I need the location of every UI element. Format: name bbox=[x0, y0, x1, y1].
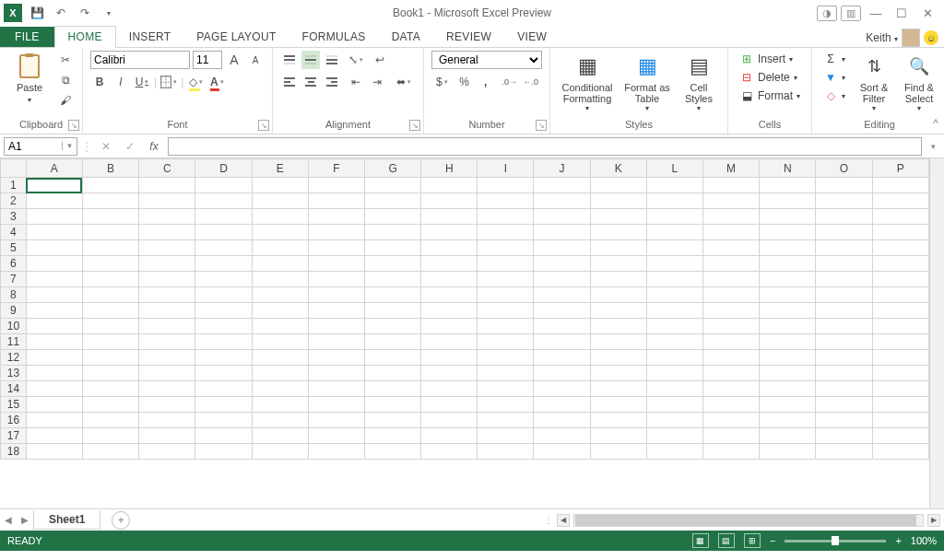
cell[interactable] bbox=[139, 366, 195, 381]
italic-button[interactable]: I bbox=[112, 73, 130, 91]
avatar[interactable] bbox=[902, 29, 920, 47]
cell[interactable] bbox=[364, 381, 420, 397]
merge-center-icon[interactable]: ⬌ bbox=[392, 73, 416, 91]
cell[interactable] bbox=[139, 444, 195, 460]
cell[interactable] bbox=[703, 413, 760, 428]
cell[interactable] bbox=[364, 350, 420, 366]
cell[interactable] bbox=[590, 350, 646, 366]
cell[interactable] bbox=[82, 240, 138, 256]
cell[interactable] bbox=[534, 413, 590, 428]
cell[interactable] bbox=[26, 381, 82, 397]
tab-page-layout[interactable]: PAGE LAYOUT bbox=[183, 27, 289, 47]
row-header[interactable]: 4 bbox=[1, 225, 27, 240]
normal-view-icon[interactable]: ▦ bbox=[692, 533, 709, 548]
cell[interactable] bbox=[816, 366, 872, 381]
cell[interactable] bbox=[364, 209, 420, 225]
copy-icon[interactable]: ⧉ bbox=[56, 71, 75, 89]
cell[interactable] bbox=[646, 397, 702, 413]
row-header[interactable]: 8 bbox=[1, 287, 27, 303]
cell[interactable] bbox=[364, 272, 420, 287]
cell[interactable] bbox=[308, 209, 364, 225]
expand-formula-bar-icon[interactable]: ▾ bbox=[926, 142, 940, 151]
cell[interactable] bbox=[646, 444, 702, 460]
cell[interactable] bbox=[82, 334, 138, 350]
cell[interactable] bbox=[703, 319, 760, 334]
cell[interactable] bbox=[195, 240, 252, 256]
cell[interactable] bbox=[478, 350, 534, 366]
cell[interactable] bbox=[703, 225, 760, 240]
align-bottom-icon[interactable] bbox=[323, 51, 341, 69]
cell[interactable] bbox=[139, 413, 195, 428]
touch-mode-b-icon[interactable]: ▥ bbox=[841, 6, 861, 21]
cell[interactable] bbox=[364, 444, 420, 460]
cell[interactable] bbox=[139, 397, 195, 413]
row-header[interactable]: 9 bbox=[1, 303, 27, 319]
format-painter-icon[interactable]: 🖌 bbox=[56, 91, 75, 110]
cell[interactable] bbox=[872, 444, 928, 460]
fill-button[interactable]: ▼▾ bbox=[820, 69, 849, 86]
tab-review[interactable]: REVIEW bbox=[433, 27, 504, 47]
undo-icon[interactable]: ↶ bbox=[52, 4, 70, 22]
cell[interactable] bbox=[872, 178, 928, 193]
tab-home[interactable]: HOME bbox=[54, 26, 116, 48]
cell[interactable] bbox=[82, 397, 138, 413]
cell[interactable] bbox=[26, 209, 82, 225]
redo-icon[interactable]: ↷ bbox=[76, 4, 94, 22]
cell[interactable] bbox=[364, 334, 420, 350]
row-header[interactable]: 18 bbox=[1, 444, 27, 460]
cell[interactable] bbox=[364, 240, 420, 256]
cell[interactable] bbox=[760, 319, 816, 334]
cell[interactable] bbox=[252, 287, 308, 303]
cell[interactable] bbox=[534, 366, 590, 381]
cell[interactable] bbox=[82, 428, 138, 444]
row-header[interactable]: 2 bbox=[1, 193, 27, 209]
tab-formulas[interactable]: FORMULAS bbox=[289, 27, 379, 47]
cell[interactable] bbox=[252, 225, 308, 240]
cell[interactable] bbox=[195, 272, 252, 287]
cell[interactable] bbox=[308, 444, 364, 460]
cell[interactable] bbox=[252, 193, 308, 209]
cell[interactable] bbox=[82, 319, 138, 334]
cell[interactable] bbox=[872, 225, 928, 240]
cell[interactable] bbox=[534, 287, 590, 303]
cell[interactable] bbox=[82, 381, 138, 397]
cell[interactable] bbox=[421, 319, 478, 334]
touch-mode-a-icon[interactable]: ◑ bbox=[817, 6, 837, 21]
cell[interactable] bbox=[646, 256, 702, 272]
cell[interactable] bbox=[478, 413, 534, 428]
cell[interactable] bbox=[195, 209, 252, 225]
cell[interactable] bbox=[195, 350, 252, 366]
cell[interactable] bbox=[872, 303, 928, 319]
tab-file[interactable]: FILE bbox=[0, 27, 54, 47]
cell[interactable] bbox=[26, 287, 82, 303]
cell[interactable] bbox=[308, 256, 364, 272]
cell[interactable] bbox=[195, 334, 252, 350]
cell[interactable] bbox=[478, 381, 534, 397]
cell[interactable] bbox=[82, 178, 138, 193]
name-box[interactable]: ▼ bbox=[4, 137, 77, 156]
cell[interactable] bbox=[26, 225, 82, 240]
cell[interactable] bbox=[872, 428, 928, 444]
cell[interactable] bbox=[139, 240, 195, 256]
cell[interactable] bbox=[252, 444, 308, 460]
cell[interactable] bbox=[139, 287, 195, 303]
cell[interactable] bbox=[478, 444, 534, 460]
cell[interactable] bbox=[534, 303, 590, 319]
cell[interactable] bbox=[421, 366, 478, 381]
sheet-tab-sheet1[interactable]: Sheet1 bbox=[33, 510, 100, 530]
align-top-icon[interactable] bbox=[280, 51, 299, 69]
cell[interactable] bbox=[590, 319, 646, 334]
cell[interactable] bbox=[421, 225, 478, 240]
cell[interactable] bbox=[590, 444, 646, 460]
vertical-scrollbar[interactable] bbox=[929, 158, 944, 508]
cell[interactable] bbox=[252, 178, 308, 193]
cell[interactable] bbox=[421, 334, 478, 350]
cell[interactable] bbox=[195, 303, 252, 319]
name-box-dropdown-icon[interactable]: ▼ bbox=[62, 142, 77, 150]
cell[interactable] bbox=[760, 350, 816, 366]
cell[interactable] bbox=[139, 178, 195, 193]
page-break-view-icon[interactable]: ⊞ bbox=[744, 533, 761, 548]
cell[interactable] bbox=[82, 350, 138, 366]
cell[interactable] bbox=[478, 397, 534, 413]
row-header[interactable]: 16 bbox=[1, 413, 27, 428]
